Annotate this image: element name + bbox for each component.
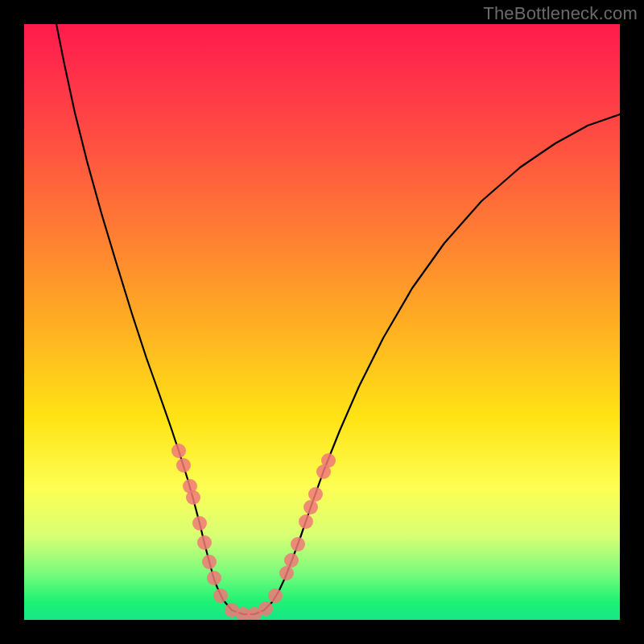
sample-dots [171, 444, 336, 620]
chart-frame: TheBottleneck.com [0, 0, 644, 644]
sample-dot [197, 535, 212, 550]
sample-dot [284, 553, 299, 568]
sample-dot [186, 490, 200, 505]
sample-dot [308, 487, 323, 502]
plot-area [24, 24, 620, 620]
sample-dot [279, 566, 294, 580]
sample-dot [213, 588, 228, 603]
watermark-text: TheBottleneck.com [483, 3, 638, 24]
sample-dot [207, 571, 221, 585]
sample-dot [291, 537, 305, 551]
sample-dot [299, 514, 313, 529]
bottleneck-curve [56, 24, 620, 614]
sample-dot [303, 500, 318, 514]
sample-dot [202, 555, 217, 569]
chart-svg [24, 24, 620, 620]
sample-dot [171, 444, 186, 458]
sample-dot [268, 588, 283, 603]
sample-dot [321, 453, 336, 468]
sample-dot [176, 458, 191, 473]
sample-dot [192, 516, 207, 530]
sample-dot [258, 601, 273, 616]
